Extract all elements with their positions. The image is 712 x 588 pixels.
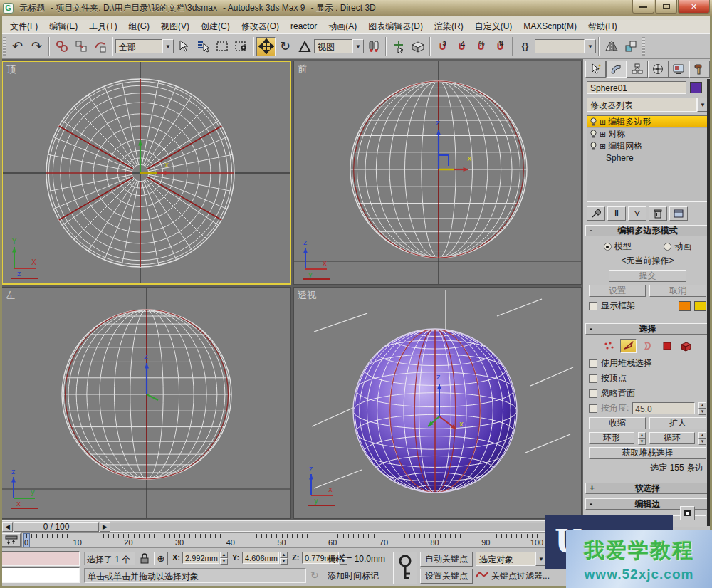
modifier-stack-item[interactable]: ⊞编辑网格: [587, 140, 708, 152]
by-angle-checkbox[interactable]: [589, 404, 597, 413]
select-and-rotate-button[interactable]: ↻: [276, 37, 295, 56]
dropdown-arrow-icon[interactable]: ▼: [352, 39, 364, 53]
edit-named-selection-sets-button[interactable]: {}: [515, 37, 535, 56]
modifier-bulb-icon[interactable]: [590, 142, 597, 151]
remove-modifier-button[interactable]: [649, 206, 667, 221]
menu-item-编辑E[interactable]: 编辑(E): [43, 19, 83, 34]
subobject-edge-button[interactable]: [620, 339, 637, 353]
spinner-snap-toggle-button[interactable]: ∪⇅: [491, 37, 510, 56]
show-end-result-button[interactable]: ‖: [607, 206, 626, 221]
subobject-vertex-button[interactable]: [601, 339, 617, 353]
subobject-polygon-button[interactable]: [659, 339, 675, 353]
communication-center-icon[interactable]: ↻: [310, 569, 319, 581]
tab-motion[interactable]: [648, 61, 669, 78]
add-time-tag-button[interactable]: 添加时间标记: [328, 570, 379, 582]
dropdown-arrow-icon[interactable]: ▼: [585, 39, 596, 53]
time-slider-handle[interactable]: 0 / 100: [14, 522, 99, 532]
title-bar[interactable]: G 无标题 - 项目文件夹: D:\用户目录\我的文档\3dsmax - Aut…: [0, 0, 712, 16]
tab-hierarchy[interactable]: [627, 61, 647, 78]
menu-item-自定义U[interactable]: 自定义(U): [469, 19, 518, 34]
snap-toggle-3d-button[interactable]: ∪3: [433, 37, 452, 56]
menu-item-视图V[interactable]: 视图(V): [155, 19, 195, 34]
cage-color-swatch-2[interactable]: [694, 301, 706, 311]
auto-key-button[interactable]: 自动关键点: [420, 552, 473, 567]
x-spinner[interactable]: ▲▼: [220, 552, 228, 564]
show-cage-checkbox[interactable]: [589, 302, 597, 310]
menu-item-图表编辑器D[interactable]: 图表编辑器(D): [362, 19, 429, 34]
radio-model[interactable]: 模型: [604, 241, 632, 253]
dropdown-arrow-icon[interactable]: ▼: [162, 39, 174, 53]
menu-item-组G[interactable]: 组(G): [123, 19, 155, 34]
previous-frame-button[interactable]: ◀: [2, 522, 13, 532]
close-button[interactable]: ✕: [678, 0, 710, 14]
menu-item-MAXScriptM[interactable]: MAXScript(M): [518, 20, 582, 33]
viewport-left-canvas[interactable]: zzyx: [2, 288, 290, 518]
menu-item-渲染R[interactable]: 渲染(R): [429, 19, 469, 34]
by-angle-field[interactable]: 45.0: [632, 402, 695, 414]
rollout-edit-poly-mode-header[interactable]: - 编辑多边形模式: [585, 225, 710, 236]
key-selection-dropdown[interactable]: 选定对象 ▼: [476, 552, 547, 566]
absolute-mode-transform-button[interactable]: ⊕: [154, 552, 168, 565]
select-and-move-button[interactable]: [256, 37, 276, 56]
viewport-left-label[interactable]: 左: [6, 289, 15, 302]
ignore-backfacing-checkbox[interactable]: [589, 389, 597, 398]
x-coordinate-field[interactable]: 2.992mm: [182, 552, 219, 564]
maxscript-listener-input[interactable]: [1, 567, 80, 583]
menu-item-工具T[interactable]: 工具(T): [83, 19, 122, 34]
viewport-perspective-canvas[interactable]: zxzxy: [294, 288, 581, 518]
maximize-viewport-toggle-button[interactable]: [680, 506, 695, 520]
commit-button[interactable]: 提交: [609, 270, 686, 282]
window-crossing-toggle-button[interactable]: [231, 37, 251, 56]
use-stack-selection-checkbox[interactable]: [589, 359, 597, 368]
track-bar-ruler[interactable]: 0102030405060708090100: [21, 532, 583, 547]
angle-snap-toggle-button[interactable]: ∪∠: [452, 37, 471, 56]
selection-filter-dropdown[interactable]: 全部 ▼: [115, 39, 174, 53]
select-and-link-button[interactable]: [52, 37, 71, 56]
reference-coordinate-dropdown[interactable]: 视图 ▼: [314, 39, 364, 53]
loop-spinner[interactable]: ▲▼: [698, 432, 706, 444]
menu-item-文件F[interactable]: 文件(F): [4, 19, 43, 34]
by-angle-spinner[interactable]: ▲▼: [698, 402, 706, 414]
modifier-stack-item[interactable]: ⊞对称: [587, 128, 708, 140]
cancel-button[interactable]: 取消: [649, 285, 706, 297]
object-color-swatch[interactable]: [690, 82, 702, 93]
rectangular-selection-region-button[interactable]: [212, 37, 231, 56]
select-and-scale-button[interactable]: [295, 37, 314, 56]
grow-button[interactable]: 扩大: [649, 417, 706, 429]
redo-button[interactable]: ↷: [27, 37, 46, 56]
tab-utilities[interactable]: [689, 61, 710, 78]
y-spinner[interactable]: ▲▼: [280, 552, 288, 564]
set-key-button[interactable]: 设置关键点: [420, 569, 473, 584]
radio-animate[interactable]: 动画: [664, 241, 691, 253]
asset-browser-button[interactable]: [408, 37, 427, 56]
viewport-left[interactable]: 左 zzyx: [1, 287, 291, 519]
pin-stack-button[interactable]: [587, 206, 605, 221]
get-stack-selection-button[interactable]: 获取堆栈选择: [589, 447, 706, 459]
bind-to-space-warp-button[interactable]: [90, 37, 110, 56]
ring-button[interactable]: 环形: [589, 432, 634, 444]
tab-create[interactable]: [585, 61, 606, 78]
menu-item-修改器O[interactable]: 修改器(O): [236, 19, 285, 34]
viewport-perspective-label[interactable]: 透视: [298, 289, 316, 302]
loop-button[interactable]: 循环: [649, 432, 695, 444]
open-mini-curve-editor-button[interactable]: [1, 533, 21, 547]
set-key-big-button[interactable]: [393, 552, 417, 584]
align-button[interactable]: [621, 37, 640, 56]
key-filter-curve-icon[interactable]: [476, 569, 488, 582]
mirror-button[interactable]: [602, 37, 621, 56]
viewport-front[interactable]: 前 zxzxy: [293, 61, 582, 285]
select-by-name-button[interactable]: [193, 37, 212, 56]
make-unique-button[interactable]: ⋎: [628, 206, 646, 221]
viewport-front-label[interactable]: 前: [298, 63, 307, 75]
ring-spinner[interactable]: ▲▼: [638, 432, 646, 444]
modifier-stack-item[interactable]: Sphere: [587, 152, 708, 164]
viewport-top[interactable]: 顶 xYXz: [1, 61, 291, 285]
menu-item-创建C[interactable]: 创建(C): [195, 19, 236, 34]
next-frame-button[interactable]: ▶: [100, 522, 110, 532]
modifier-bulb-icon[interactable]: [590, 117, 597, 127]
viewport-perspective[interactable]: 透视 zxzxy: [293, 287, 582, 519]
y-coordinate-field[interactable]: 4.606mm: [242, 552, 279, 564]
menu-item-动画A[interactable]: 动画(A): [323, 19, 362, 34]
rollout-selection-header[interactable]: - 选择: [585, 323, 710, 335]
maxscript-mini-listener[interactable]: [1, 551, 80, 566]
